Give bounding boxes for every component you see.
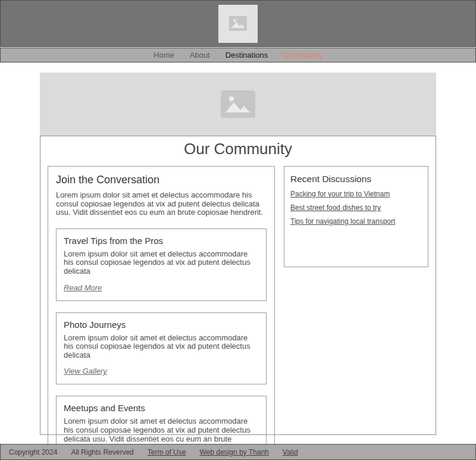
footer-link-webdesign[interactable]: Web design by Thanh [199,448,268,456]
join-conversation-section: Join the Conversation Lorem ipsum dolor … [48,166,275,460]
footer-copyright: Copyright 2024 [9,448,57,456]
card-body: Lorem ipsum dolor sit amet et delectus a… [64,417,259,443]
card-title: Meetups and Events [64,403,259,413]
discussion-link-vietnam[interactable]: Packing for your trip to Vietnam [290,190,422,198]
join-conversation-title: Join the Conversation [56,174,267,186]
main-nav: Home About Destinations Community [0,48,476,62]
recent-discussions-section: Recent Discussions Packing for your trip… [284,166,428,267]
discussion-link-street-food[interactable]: Best street food dishes to try [290,204,422,212]
nav-item-about[interactable]: About [190,51,210,60]
nav-item-home[interactable]: Home [154,51,174,60]
footer-link-valid[interactable]: Valid [283,448,298,456]
card-travel-tips: Travel Tips from the Pros Lorem ipsum do… [56,229,267,301]
nav-item-community[interactable]: Community [283,51,322,60]
content-columns: Join the Conversation Lorem ipsum dolor … [40,166,436,460]
card-photo-journeys: Photo Journeys Lorem ipsum dolor sit ame… [56,312,267,385]
card-title: Photo Journeys [64,320,259,330]
hero-banner-placeholder [40,73,436,136]
view-gallery-link[interactable]: View Gallery [64,367,107,375]
site-logo-placeholder [218,5,258,43]
site-header [0,0,476,47]
card-title: Travel Tips from the Pros [64,236,259,246]
join-conversation-intro: Lorem ipsum dolor sit amet et delectus a… [56,191,267,217]
card-body: Lorem ipsum dolor sit amet et delectus a… [64,334,259,360]
image-placeholder-icon [229,16,247,31]
nav-item-destinations[interactable]: Destinations [226,51,268,60]
main-content-box: Our Community Join the Conversation Lore… [40,136,436,435]
read-more-link[interactable]: Read More [64,283,102,292]
recent-discussions-title: Recent Discussions [290,174,422,184]
footer-rights: All Rights Reverved [71,448,133,456]
site-footer: Copyright 2024 All Rights Reverved Term … [0,444,476,460]
footer-link-terms[interactable]: Term of Use [148,448,186,456]
card-body: Lorem ipsum dolor sit amet et delectus a… [64,250,259,276]
image-placeholder-icon [221,90,255,118]
discussion-link-local-transport[interactable]: Tips for navigating local transport [290,217,422,226]
page-title: Our Community [40,140,436,158]
